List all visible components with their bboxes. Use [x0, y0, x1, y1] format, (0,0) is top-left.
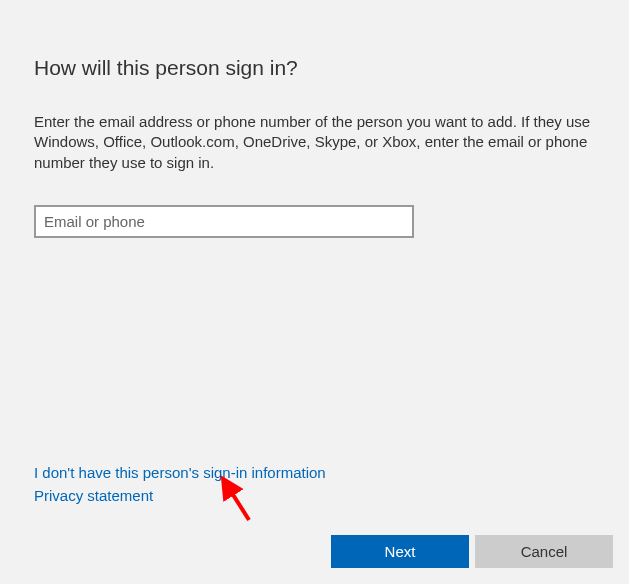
button-row: Next Cancel: [331, 535, 613, 568]
links-section: I don't have this person's sign-in infor…: [34, 464, 326, 510]
next-button[interactable]: Next: [331, 535, 469, 568]
dialog-content: How will this person sign in? Enter the …: [0, 0, 629, 238]
page-title: How will this person sign in?: [34, 56, 595, 80]
page-description: Enter the email address or phone number …: [34, 112, 594, 173]
cancel-button[interactable]: Cancel: [475, 535, 613, 568]
email-or-phone-input[interactable]: [34, 205, 414, 238]
privacy-statement-link[interactable]: Privacy statement: [34, 487, 326, 504]
no-signin-info-link[interactable]: I don't have this person's sign-in infor…: [34, 464, 326, 481]
